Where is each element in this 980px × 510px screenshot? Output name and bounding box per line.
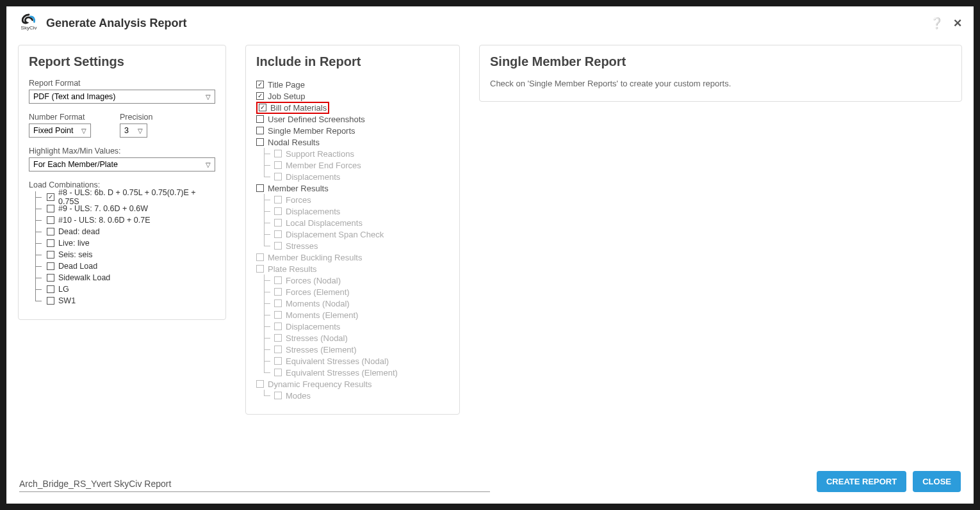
include-checkbox[interactable] — [256, 184, 264, 192]
include-row: Stresses (Nodal) — [256, 332, 449, 344]
load-combo-row: #8 - ULS: 6b. D + 0.75L + 0.75(0.7)E + 0… — [29, 191, 215, 203]
include-row: Moments (Element) — [256, 309, 449, 321]
include-row: Bill of Materials — [256, 102, 449, 113]
tree-connector — [29, 260, 47, 272]
tree-connector — [256, 217, 274, 228]
load-combo-checkbox[interactable] — [47, 297, 54, 305]
tree-connector — [256, 275, 274, 286]
single-member-title: Single Member Report — [490, 54, 951, 69]
include-checkbox[interactable] — [256, 92, 264, 100]
tree-connector — [256, 390, 274, 401]
include-checkbox[interactable] — [256, 81, 264, 88]
load-combo-checkbox[interactable] — [47, 228, 54, 235]
include-row: Single Member Reports — [256, 125, 449, 136]
load-combo-checkbox[interactable] — [47, 274, 54, 282]
tree-connector — [256, 240, 274, 251]
include-checkbox[interactable] — [256, 127, 264, 134]
include-row: Equivalent Stresses (Nodal) — [256, 355, 449, 367]
tree-connector — [29, 249, 47, 260]
include-checkbox — [274, 311, 282, 319]
include-label: Moments (Element) — [286, 310, 358, 320]
report-format-select[interactable]: PDF (Text and Images) ▽ — [29, 90, 215, 104]
report-name-input[interactable] — [19, 476, 490, 492]
include-label: Equivalent Stresses (Element) — [286, 368, 398, 378]
include-label: Equivalent Stresses (Nodal) — [286, 356, 389, 366]
tree-connector — [29, 237, 47, 249]
load-combo-checkbox[interactable] — [47, 205, 54, 212]
include-checkbox — [274, 357, 282, 365]
load-combo-label: Seis: seis — [58, 250, 93, 259]
include-row: Local Displacements — [256, 217, 449, 228]
include-label: Member Buckling Results — [268, 253, 362, 262]
include-label: Dynamic Frequency Results — [268, 379, 372, 389]
tree-connector — [29, 191, 47, 203]
help-icon[interactable]: ❔ — [930, 17, 943, 30]
include-checkbox — [274, 392, 282, 399]
highlight-select[interactable]: For Each Member/Plate ▽ — [29, 157, 215, 171]
include-row: Plate Results — [256, 263, 449, 275]
create-report-button[interactable]: CREATE REPORT — [817, 471, 906, 492]
report-settings-title: Report Settings — [29, 54, 215, 69]
include-checkbox — [274, 288, 282, 296]
tree-connector — [256, 309, 274, 321]
precision-value: 3 — [124, 126, 129, 135]
include-label: Displacements — [286, 172, 340, 182]
tree-connector — [29, 214, 47, 226]
number-format-label: Number Format — [29, 113, 91, 122]
include-checkbox — [274, 161, 282, 169]
tree-connector — [29, 272, 47, 283]
highlight-value: For Each Member/Plate — [33, 160, 118, 169]
number-format-select[interactable]: Fixed Point ▽ — [29, 124, 91, 138]
load-combo-tree: #8 - ULS: 6b. D + 0.75L + 0.75(0.7)E + 0… — [29, 191, 215, 307]
include-label: Single Member Reports — [268, 126, 355, 136]
logo-swirl-icon — [20, 13, 38, 26]
highlight-label: Highlight Max/Min Values: — [29, 147, 215, 155]
include-label: Nodal Results — [268, 138, 320, 147]
report-settings-panel: Report Settings Report Format PDF (Text … — [18, 45, 226, 320]
load-combo-row: Sidewalk Load — [29, 272, 215, 283]
report-format-value: PDF (Text and Images) — [33, 92, 116, 101]
tree-connector — [29, 283, 47, 295]
include-row: Job Setup — [256, 90, 449, 102]
include-checkbox — [274, 196, 282, 203]
include-row: Displacements — [256, 321, 449, 332]
tree-connector — [256, 159, 274, 171]
include-checkbox[interactable] — [256, 138, 264, 146]
close-icon[interactable]: ✕ — [953, 17, 962, 30]
load-combo-row: Dead Load — [29, 260, 215, 272]
close-button[interactable]: CLOSE — [913, 471, 961, 492]
tree-connector — [29, 295, 47, 307]
load-combo-row: SW1 — [29, 295, 215, 307]
load-combo-checkbox[interactable] — [47, 285, 54, 293]
modal-dialog: SkyCiv Generate Analysis Report ❔ ✕ Repo… — [6, 6, 974, 504]
skyciv-logo: SkyCiv — [18, 13, 40, 33]
load-combo-checkbox[interactable] — [47, 239, 54, 247]
load-combo-label: #9 - ULS: 7. 0.6D + 0.6W — [58, 204, 148, 213]
include-row: Member Buckling Results — [256, 251, 449, 263]
tree-connector — [256, 205, 274, 217]
include-label: Forces (Element) — [286, 287, 350, 297]
include-checkbox[interactable] — [259, 104, 266, 111]
include-label: Forces (Nodal) — [286, 276, 341, 285]
load-combo-checkbox[interactable] — [47, 251, 54, 259]
load-combo-checkbox[interactable] — [47, 193, 54, 201]
include-label: Bill of Materials — [270, 103, 327, 113]
include-row: Forces — [256, 194, 449, 205]
include-checkbox — [274, 242, 282, 250]
include-row: Support Reactions — [256, 148, 449, 159]
include-row: Stresses — [256, 240, 449, 251]
tree-connector — [256, 298, 274, 309]
tree-connector — [256, 194, 274, 205]
precision-select[interactable]: 3 ▽ — [120, 124, 147, 138]
include-checkbox[interactable] — [256, 115, 264, 123]
include-checkbox — [256, 265, 264, 273]
include-checkbox — [274, 207, 282, 215]
load-combo-checkbox[interactable] — [47, 216, 54, 224]
load-combo-checkbox[interactable] — [47, 262, 54, 270]
load-combo-label: Dead: dead — [58, 227, 100, 236]
tree-connector — [256, 332, 274, 344]
tree-connector — [256, 171, 274, 182]
include-row: Displacements — [256, 171, 449, 182]
include-row: Nodal Results — [256, 136, 449, 148]
chevron-down-icon: ▽ — [206, 93, 211, 100]
